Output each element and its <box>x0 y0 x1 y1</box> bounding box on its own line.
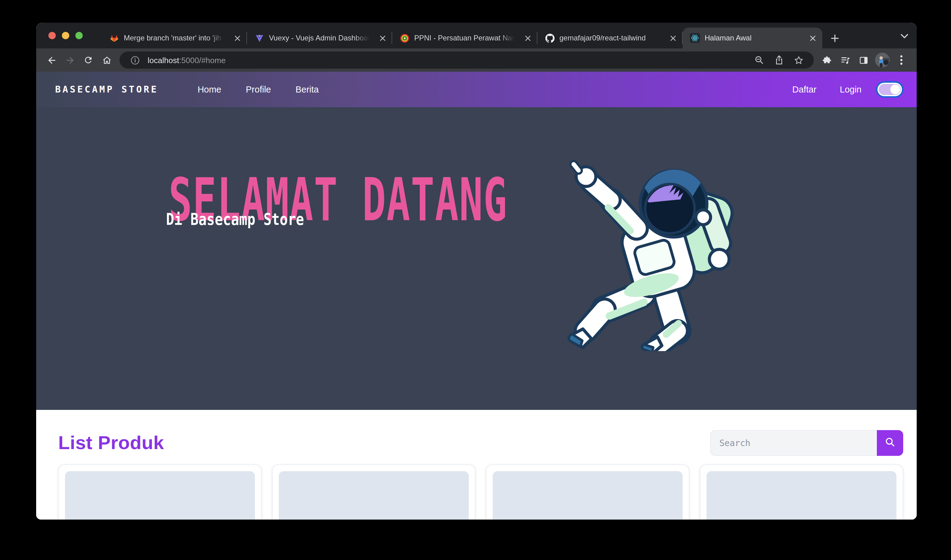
product-image-placeholder <box>279 471 469 520</box>
forward-icon[interactable] <box>61 51 79 69</box>
product-card[interactable] <box>272 465 476 520</box>
search-button[interactable] <box>877 430 903 456</box>
share-icon[interactable] <box>772 53 786 67</box>
nav-link-berita[interactable]: Berita <box>295 85 319 94</box>
toggle-knob <box>890 85 900 94</box>
site-navbar: BASECAMP STORE Home Profile Berita Dafta… <box>36 72 917 107</box>
search-box <box>710 430 903 456</box>
extensions-puzzle-icon[interactable] <box>817 51 836 69</box>
nav-link-profile[interactable]: Profile <box>246 85 271 94</box>
browser-window: Merge branch 'master' into 'jih Vuexy - … <box>36 23 917 520</box>
brand-logo[interactable]: BASECAMP STORE <box>55 84 158 95</box>
astronaut-illustration <box>558 146 743 351</box>
product-image-placeholder <box>706 471 896 520</box>
hero-subtitle: Di Basecamp Store <box>166 210 304 229</box>
tab-title: Halaman Awal <box>705 34 803 42</box>
tab-title: gemafajar09/react-tailwind <box>559 34 663 42</box>
nav-links: Home Profile Berita <box>198 85 319 94</box>
nav-link-home[interactable]: Home <box>198 85 221 94</box>
product-card-list <box>58 465 903 520</box>
tab-close-icon[interactable] <box>523 33 532 43</box>
url-host: localhost <box>148 55 179 65</box>
theme-toggle[interactable] <box>877 83 902 96</box>
tab-strip: Merge branch 'master' into 'jih Vuexy - … <box>36 23 917 48</box>
ppni-icon <box>400 33 409 43</box>
info-icon[interactable] <box>128 53 142 67</box>
minimize-window-button[interactable] <box>62 32 69 39</box>
reload-icon[interactable] <box>79 51 97 69</box>
tab-title: Merge branch 'master' into 'jih <box>124 34 227 42</box>
menu-dots-icon[interactable] <box>892 51 911 69</box>
product-image-placeholder <box>65 471 255 520</box>
url-text: localhost:5000/#home <box>148 55 226 65</box>
tab-gitlab-merge[interactable]: Merge branch 'master' into 'jih <box>102 28 247 48</box>
product-image-placeholder <box>492 471 683 520</box>
bookmark-star-icon[interactable] <box>792 53 805 67</box>
tab-ppni[interactable]: PPNI - Persatuan Perawat Nasio <box>392 28 537 48</box>
react-icon <box>690 33 700 43</box>
web-page: BASECAMP STORE Home Profile Berita Dafta… <box>36 72 917 520</box>
tab-close-icon[interactable] <box>808 33 817 43</box>
tab-close-icon[interactable] <box>668 33 678 43</box>
browser-toolbar: localhost:5000/#home <box>36 48 917 72</box>
close-window-button[interactable] <box>48 32 56 39</box>
tabs: Merge branch 'master' into 'jih Vuexy - … <box>102 23 843 48</box>
tab-close-icon[interactable] <box>377 33 387 43</box>
tab-title: Vuexy - Vuejs Admin Dashboard <box>269 34 372 42</box>
product-card[interactable] <box>700 465 903 520</box>
media-controls-icon[interactable] <box>836 51 854 69</box>
profile-avatar[interactable] <box>875 53 890 68</box>
product-card[interactable] <box>58 465 262 520</box>
tab-github[interactable]: gemafajar09/react-tailwind <box>537 28 683 48</box>
tab-vuexy[interactable]: Vuexy - Vuejs Admin Dashboard <box>247 28 392 48</box>
tab-search-chevron-icon[interactable] <box>898 30 911 42</box>
tab-close-icon[interactable] <box>232 33 242 43</box>
screen: Merge branch 'master' into 'jih Vuexy - … <box>0 0 951 560</box>
home-icon[interactable] <box>97 51 116 69</box>
nav-link-daftar[interactable]: Daftar <box>792 85 817 94</box>
zoom-out-icon[interactable] <box>752 53 766 67</box>
products-section: List Produk <box>36 410 917 520</box>
nav-actions: Daftar Login <box>792 85 862 94</box>
sidebar-icon[interactable] <box>854 51 873 69</box>
products-heading: List Produk <box>58 432 164 454</box>
vuexy-icon <box>254 33 264 43</box>
gitlab-icon <box>109 33 119 43</box>
github-icon <box>545 33 554 43</box>
tab-halaman-awal-active[interactable]: Halaman Awal <box>683 28 822 48</box>
zoom-window-button[interactable] <box>75 32 83 39</box>
back-icon[interactable] <box>42 51 61 69</box>
new-tab-plus-icon[interactable] <box>826 29 843 46</box>
hero-section: SELAMAT DATANG Di Basecamp Store <box>36 107 917 410</box>
window-controls <box>36 23 92 48</box>
search-input[interactable] <box>710 430 877 456</box>
url-bar[interactable]: localhost:5000/#home <box>120 51 814 69</box>
nav-link-login[interactable]: Login <box>840 85 862 94</box>
product-card[interactable] <box>486 465 689 520</box>
search-icon <box>885 437 895 449</box>
tab-title: PPNI - Persatuan Perawat Nasio <box>414 34 518 42</box>
url-rest: :5000/#home <box>179 55 226 65</box>
